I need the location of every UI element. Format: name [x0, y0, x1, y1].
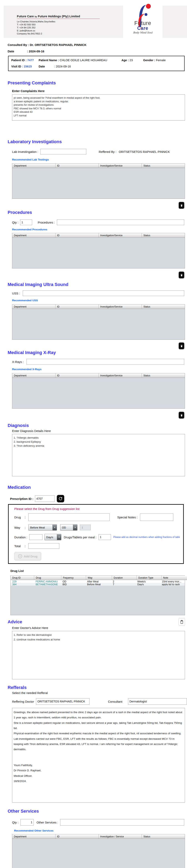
per-meal-input[interactable]: 1	[99, 534, 111, 540]
complaints-textarea[interactable]: pt seen, being assessed for ?Viral exant…	[12, 94, 185, 121]
frequency-dropdown[interactable]: OD ▼	[60, 524, 77, 531]
logo-care-text: Care	[137, 26, 148, 31]
drug-way: Before Meal	[85, 583, 111, 586]
consulted-by-value: Dr. ORITSETSETOS RAPHAEL PINNICK	[30, 43, 86, 46]
drug-note: 15ml every mor...	[160, 580, 186, 583]
drug-row-1[interactable]: 229 FERRIC AMMONIU OD After Meal 2 Week/…	[11, 580, 185, 583]
xray-delete-button[interactable]	[178, 411, 185, 419]
procedures-table: Department ID Investigation/Service Stat…	[12, 233, 185, 269]
patient-age: Age : 23	[121, 59, 143, 62]
add-drug-label: Add Drug	[24, 555, 37, 558]
lab-input-row: Lab Investingation : Reffered By : ORITS…	[12, 149, 187, 154]
drug-id: 384	[11, 583, 34, 586]
uss-heading: Medical Imaging Ultra Sound	[8, 282, 187, 287]
duration-input[interactable]	[29, 534, 42, 540]
referrals-label: Select the needed Refferal	[12, 691, 187, 694]
diagnosis-textarea[interactable]: 1. ?Allergic dermatitis 2. background Ep…	[12, 434, 185, 476]
drug-row-2[interactable]: 384 BETAMETHASONE BID Before Meal 7 Day/…	[11, 583, 185, 586]
xray-trash-row	[0, 411, 185, 419]
way-dropdown[interactable]: Before Meal ▼	[28, 524, 57, 531]
duration-unit-dropdown[interactable]: Day/s ▼	[44, 534, 61, 540]
drug-row: Drug : Special Notes :	[14, 513, 183, 521]
company-logo: Future Care ♥ Body Mind Soul	[123, 2, 162, 41]
prescription-refresh-button[interactable]	[57, 495, 64, 502]
trash-icon	[180, 204, 183, 207]
drug-duration: 7	[111, 583, 136, 586]
patient-row-1: Patient ID : 7477 Patient Name : CHLOE O…	[8, 58, 184, 62]
drug-list-label: Drug List	[10, 569, 187, 572]
col-duration-type: Duration Type	[137, 576, 161, 580]
visit-date: Date : 2024-09-16	[39, 65, 71, 68]
consult-date-value: : 2024-09-16	[27, 50, 44, 53]
consultant-input[interactable]: Dermatologist	[128, 698, 187, 705]
uss-input[interactable]	[23, 290, 184, 296]
procedures-table-body	[12, 238, 185, 268]
add-drug-button[interactable]: + Add Drug	[14, 552, 41, 560]
drug-duration-type: Week/s	[136, 580, 160, 583]
uss-table-head: Department ID Investigation/Service Stat…	[12, 305, 185, 309]
referring-doctor-input[interactable]: ORITSETSETOS RAPHAEL PINNICK	[36, 698, 89, 705]
visit-date-label: Date	[39, 65, 53, 68]
lab-delete-button[interactable]	[178, 202, 185, 209]
total-input[interactable]	[28, 543, 59, 549]
company-name-by: by	[35, 16, 37, 18]
drug-way: After Meal	[85, 580, 111, 583]
drug-id: 229	[11, 580, 34, 583]
patient-name-value: CHLOE ODILE LAURE HOUAREAU	[60, 59, 107, 62]
chevron-down-icon: ▼	[57, 534, 61, 540]
referred-by-value: ORITSETSETOS RAPHAEL PINNICK	[119, 150, 170, 153]
col-investigation: Investigation / Service	[99, 834, 142, 839]
xray-table-body	[12, 378, 185, 408]
frequency-dropdown-value: OD	[62, 526, 66, 529]
col-investigation: Investigation/Service	[99, 373, 142, 378]
consultant-label: Consultant	[108, 700, 122, 703]
uss-input-label: USS :	[12, 291, 20, 295]
advice-textarea[interactable]: 1. Refer to see the dermatologist 2. con…	[12, 631, 185, 679]
advice-delete-button[interactable]	[179, 618, 185, 626]
uss-delete-button[interactable]	[178, 342, 185, 350]
procedures-delete-button[interactable]	[178, 271, 185, 279]
referral-letter-textarea[interactable]: Greetings, the above named patient prese…	[12, 708, 185, 803]
drug-input[interactable]	[28, 513, 110, 521]
other-services-input[interactable]	[60, 819, 184, 826]
other-services-input-label: Other Services :	[37, 821, 58, 824]
way-row: Way : Before Meal ▼ OD ▼ 1	[14, 524, 183, 531]
uss-input-row: USS :	[12, 290, 187, 296]
col-status: Status	[142, 834, 185, 839]
company-header: Future Care by Future Holdings (Pty) Lim…	[4, 6, 187, 38]
prescription-id-input[interactable]: 4707	[35, 495, 55, 502]
chevron-down-icon: ▼	[73, 525, 77, 530]
col-investigation: Investigation/Service	[99, 233, 142, 238]
drug-entry-panel: Please select the Drug from Drug suggess…	[8, 504, 184, 564]
xray-input[interactable]	[27, 359, 184, 365]
prescription-row: Prescription ID : 4707	[10, 495, 187, 502]
lab-investigation-input[interactable]	[40, 149, 86, 154]
col-id: ID	[55, 834, 99, 839]
patient-gender-value: Female	[156, 59, 166, 62]
patient-age-value: 23	[129, 59, 133, 62]
drug-colon: :	[25, 516, 28, 519]
drug-table-head: Drug ID Drug Fequency Way Duration Durat…	[11, 576, 185, 580]
drug-note: apply bd to rash	[160, 583, 186, 586]
prescription-id-label: Prescription ID :	[10, 497, 33, 500]
special-notes-input[interactable]	[140, 514, 173, 521]
recommended-other-services-link: Recommended Other Services	[14, 829, 187, 832]
procedures-qty-input[interactable]: 1	[20, 219, 32, 225]
recommended-procedures-link: Recommended Procedures	[12, 228, 187, 231]
col-status: Status	[142, 305, 185, 309]
procedures-input[interactable]	[57, 219, 184, 225]
other-services-qty-input[interactable]: 1	[21, 819, 34, 826]
way-dropdown-value: Before Meal	[30, 526, 45, 529]
diagnosis-label: Enter Diagnosis Details Here	[12, 429, 187, 433]
way-label: Way	[14, 526, 25, 529]
trash-icon	[180, 414, 183, 417]
col-department: Department	[12, 373, 55, 378]
col-id: ID	[55, 233, 99, 238]
patient-name: Patient Name : CHLOE ODILE LAURE HOUAREA…	[39, 59, 121, 62]
patient-row-2: Visit ID : 15615 Date : 2024-09-16	[8, 64, 184, 69]
other-services-qty-label: Qty :	[12, 821, 18, 824]
duration-row: Duration : Day/s ▼ Drugs/Tablets per mea…	[14, 534, 183, 540]
advice-heading-row: Advice	[0, 618, 185, 626]
xray-input-label: X-Rays :	[12, 360, 24, 364]
consultation-page: Future Care by Future Holdings (Pty) Lim…	[0, 6, 187, 868]
